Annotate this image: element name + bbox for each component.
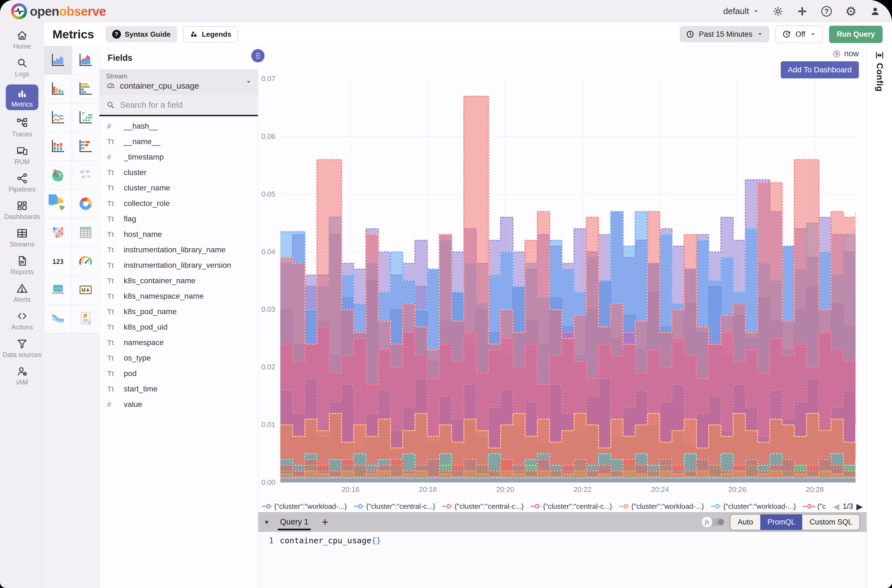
query-mode-auto[interactable]: Auto	[730, 514, 760, 530]
query-editor[interactable]: 1 container_cpu_usage{}	[258, 532, 866, 588]
sidebar-item-reports[interactable]: Reports	[2, 255, 43, 276]
legend-prev-icon[interactable]: ◀	[833, 502, 839, 511]
sidebar-item-data-sources[interactable]: Data sources	[2, 338, 43, 358]
chart-type-heatmap[interactable]	[44, 218, 72, 247]
legends-button[interactable]: Legends	[183, 26, 238, 42]
stream-selector[interactable]: Stream container_cpu_usage	[99, 69, 258, 95]
chart-type-table[interactable]	[72, 218, 99, 247]
user-icon[interactable]	[869, 6, 881, 17]
legend-item-6[interactable]: {"c	[803, 502, 826, 511]
legend-item-1[interactable]: {"cluster":"central-c...}	[354, 502, 435, 511]
field-item-host_name[interactable]: Tthost_name	[99, 226, 258, 242]
syntax-guide-button[interactable]: ? Syntax Guide	[106, 26, 177, 42]
field-item-os_type[interactable]: Ttos_type	[99, 350, 258, 366]
help-icon[interactable]: ?	[821, 6, 832, 17]
add-to-dashboard-button[interactable]: Add To Dashboard	[781, 61, 859, 78]
field-item-k8s_container_name[interactable]: Ttk8s_container_name	[99, 273, 258, 288]
query-mode-custom-sql[interactable]: Custom SQL	[802, 514, 859, 530]
sidebar-item-traces[interactable]: Traces	[2, 117, 43, 138]
legend-label: {"cluster":"workload-...}	[723, 502, 796, 511]
time-range-selector[interactable]: Past 15 Minutes	[680, 26, 770, 42]
field-name: pod	[124, 369, 137, 378]
alerts-icon	[16, 282, 28, 294]
field-item-k8s_namespace_name[interactable]: Ttk8s_namespace_name	[99, 288, 258, 304]
sidebar-item-dashboards[interactable]: Dashboards	[2, 200, 43, 220]
field-search-input[interactable]	[120, 100, 251, 110]
sidebar-item-pipelines[interactable]: Pipelines	[2, 172, 43, 193]
chart-type-html[interactable]: </>	[44, 276, 72, 304]
fx-toggle[interactable]: fx	[702, 517, 724, 527]
chart-type-sankey[interactable]	[44, 304, 72, 333]
sidebar-item-streams[interactable]: Streams	[2, 227, 43, 248]
field-item-flag[interactable]: Ttflag	[99, 211, 258, 226]
chart-type-geomap[interactable]	[44, 160, 72, 189]
field-item-k8s_pod_name[interactable]: Ttk8s_pod_name	[99, 304, 258, 320]
field-item-collector_role[interactable]: Ttcollector_role	[99, 196, 258, 211]
legend-item-5[interactable]: {"cluster":"workload-...}	[711, 502, 796, 511]
legend-item-0[interactable]: {"cluster":"workload-...}	[262, 502, 347, 511]
field-item-instrumentation_library_name[interactable]: Ttinstrumentation_library_name	[99, 242, 258, 258]
field-item-pod[interactable]: Ttpod	[99, 366, 258, 381]
gear-icon[interactable]: ⚙	[845, 6, 857, 17]
legend-item-4[interactable]: {"cluster":"workload-...}	[619, 502, 704, 511]
legend-next-icon[interactable]: ▶	[856, 502, 863, 511]
chart-type-line[interactable]	[44, 103, 72, 132]
chart-type-gauge[interactable]	[72, 247, 99, 276]
chart-type-donut[interactable]	[72, 189, 99, 218]
chart-type-stacked-bar[interactable]	[44, 132, 72, 160]
field-item-cluster_name[interactable]: Ttcluster_name	[99, 180, 258, 196]
field-item-cluster[interactable]: Ttcluster	[99, 165, 258, 180]
chart-type-area-stacked[interactable]	[72, 46, 99, 75]
field-item-namespace[interactable]: Ttnamespace	[99, 335, 258, 350]
y-tick-label: 0.06	[261, 132, 275, 141]
field-item-value[interactable]: #value	[99, 397, 258, 412]
chart-type-horizontal-bar[interactable]	[72, 75, 99, 103]
brand-logo[interactable]: openobserve	[11, 3, 106, 20]
chart-type-horizontal-stacked[interactable]	[72, 132, 99, 160]
sidebar-item-rum[interactable]: RUM	[2, 145, 43, 165]
query-collapse-icon[interactable]: ▾	[265, 518, 269, 526]
chart-type-maps[interactable]	[72, 160, 99, 189]
drag-handle-icon[interactable]	[251, 49, 264, 62]
sidebar-item-home[interactable]: Home	[2, 29, 43, 50]
auto-refresh-selector[interactable]: Off	[775, 26, 823, 43]
field-name: k8s_pod_uid	[124, 323, 168, 332]
field-item-__hash__[interactable]: #__hash__	[99, 118, 258, 134]
field-item-k8s_pod_uid[interactable]: Ttk8s_pod_uid	[99, 320, 258, 335]
chart-type-markdown[interactable]: M	[72, 276, 99, 304]
org-selector[interactable]: default	[723, 6, 760, 16]
legend-item-3[interactable]: {"cluster":"central-c...}	[531, 502, 612, 511]
sidebar-item-metrics[interactable]: Metrics	[6, 84, 38, 110]
chart-type-scatter[interactable]	[72, 103, 99, 132]
stream-value: container_cpu_usage	[120, 81, 199, 90]
field-item-start_time[interactable]: Ttstart_time	[99, 381, 258, 397]
add-query-button[interactable]: +	[322, 516, 328, 528]
chart-type-bar[interactable]	[44, 75, 72, 103]
sidebar-item-logs[interactable]: Logs	[2, 57, 43, 78]
sidebar-item-actions[interactable]: Actions	[2, 310, 43, 331]
fx-switch[interactable]	[710, 518, 724, 526]
chart-type-metric-text[interactable]: 123	[44, 247, 72, 276]
chart-type-area[interactable]	[44, 46, 72, 75]
metrics-chart[interactable]	[280, 79, 856, 483]
number-field-icon: #	[107, 153, 118, 162]
slack-icon[interactable]	[796, 6, 808, 17]
sidebar-item-label: Home	[13, 43, 31, 50]
sidebar-item-iam[interactable]: IAM	[2, 365, 43, 386]
tab-query-1[interactable]: Query 1	[278, 512, 311, 532]
text-field-icon: Tt	[107, 230, 118, 239]
query-mode-switcher: AutoPromQLCustom SQL	[730, 514, 860, 530]
legend-marker-icon	[803, 504, 815, 509]
query-mode-promql[interactable]: PromQL	[760, 514, 802, 530]
legend-item-2[interactable]: {"cluster":"central-c...}	[442, 502, 524, 511]
field-item-instrumentation_library_version[interactable]: Ttinstrumentation_library_version	[99, 258, 258, 273]
field-item-__name__[interactable]: Tt__name__	[99, 134, 258, 149]
run-query-button[interactable]: Run Query	[829, 26, 883, 43]
y-tick-label: 0.04	[261, 248, 275, 256]
sidebar-item-alerts[interactable]: Alerts	[2, 282, 43, 303]
chart-type-custom-chart[interactable]	[72, 304, 99, 333]
chart-type-pie[interactable]	[44, 189, 72, 218]
theme-sun-icon[interactable]	[772, 6, 784, 17]
field-item-_timestamp[interactable]: #_timestamp	[99, 149, 258, 165]
tab-config[interactable]: Config	[875, 50, 884, 92]
